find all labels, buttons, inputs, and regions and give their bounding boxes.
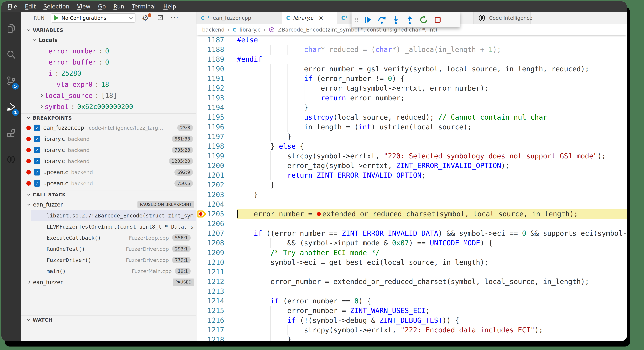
code-text[interactable]: } else { (237, 142, 627, 151)
drag-handle[interactable] (353, 14, 360, 26)
stack-frame-row[interactable]: main()FuzzerMain.cpp19:1 (31, 266, 196, 277)
variable-row[interactable]: symbol: 0x62c000000200 (21, 101, 196, 112)
activity-item-code-intelligence[interactable] (1, 146, 21, 173)
code-text[interactable]: error_number = ZINT_WARN_USES_ECI; (237, 306, 627, 315)
code-line[interactable]: 1209 /* Try another ECI mode */ (196, 248, 627, 258)
breakpoint-gutter[interactable] (196, 142, 208, 151)
code-line[interactable]: 1187#else (196, 35, 627, 45)
breakpoint-gutter[interactable] (196, 64, 208, 74)
breakpoint-gutter[interactable] (196, 190, 208, 200)
code-text[interactable]: symbol->eci = get_best_eci(local_source,… (237, 258, 627, 267)
breakpoint-checkbox[interactable]: ✓ (34, 158, 40, 164)
code-line[interactable]: 1217 strcpy(symbol->errtxt, "222: Encode… (196, 325, 627, 335)
menu-help[interactable]: Help (160, 3, 180, 10)
code-text[interactable]: && (symbol->input_mode & 0x07) == UNICOD… (237, 238, 627, 248)
code-text[interactable]: #endif (237, 55, 627, 64)
inline-breakpoint-dot[interactable] (317, 212, 321, 216)
breakpoint-checkbox[interactable]: ✓ (34, 147, 40, 153)
tab-library.c[interactable]: Clibrary.c× (282, 12, 337, 24)
menu-selection[interactable]: Selection (40, 3, 73, 10)
menu-file[interactable]: File (4, 3, 21, 10)
variable-row[interactable]: __vla_expr0: 18 (21, 79, 196, 90)
code-text[interactable]: strcpy(symbol->errtxt, "220: Selected sy… (237, 151, 627, 161)
code-line[interactable]: 1214 if (error_number == 0) { (196, 296, 627, 306)
code-line[interactable]: 1205 error_number = extended_or_reduced_… (196, 209, 627, 219)
activity-item-extensions[interactable] (1, 120, 21, 146)
code-text[interactable]: if (error_number != 0) { (237, 74, 627, 84)
variable-row[interactable]: i: 25280 (21, 68, 196, 79)
menu-run[interactable]: Run (110, 3, 128, 10)
code-line[interactable]: 1204 (196, 200, 627, 209)
breakpoint-checkbox[interactable]: ✓ (34, 125, 40, 131)
code-line[interactable]: 1203 } (196, 190, 627, 200)
breakpoint-row[interactable]: ✓library.cbackend735:28 (21, 145, 196, 156)
more-actions-button[interactable]: ··· (170, 16, 179, 20)
activity-item-search[interactable] (1, 42, 21, 68)
code-line[interactable]: 1213 (196, 287, 627, 296)
activity-item-explorer[interactable] (1, 15, 21, 42)
code-text[interactable]: if (error_number == 0) { (237, 296, 627, 306)
breakpoint-gutter[interactable] (196, 209, 208, 219)
breakpoint-gutter[interactable] (196, 238, 208, 248)
breadcrumb-file[interactable]: library.c (240, 27, 260, 33)
settings-gear-button[interactable]: ⚙ (142, 14, 150, 22)
step-out-button[interactable] (403, 13, 416, 26)
code-line[interactable]: 1189#endif (196, 55, 627, 64)
code-text[interactable]: return ZINT_ERROR_INVALID_OPTION; (237, 171, 627, 180)
breakpoint-gutter[interactable] (196, 171, 208, 180)
code-text[interactable]: error_number = gs1_verify(symbol, local_… (237, 64, 627, 74)
code-area[interactable]: 1187#else1188 char* reduced = (char*) _a… (196, 35, 627, 341)
breakpoint-gutter[interactable] (196, 335, 208, 341)
step-into-button[interactable] (389, 13, 402, 26)
breakpoint-gutter[interactable] (196, 296, 208, 306)
breakpoint-gutter[interactable] (196, 84, 208, 93)
menu-view[interactable]: View (73, 3, 94, 10)
code-text[interactable]: in_length = (int) ustrlen(local_source); (237, 122, 627, 132)
continue-button[interactable] (362, 13, 374, 26)
stack-frame-row[interactable]: FuzzerDriver()FuzzerDriver.cpp779:1 (31, 254, 196, 266)
stack-frame-row[interactable]: libzint.so.2.7!ZBarcode_Encode(struct zi… (31, 210, 196, 221)
breakpoint-row[interactable]: ✓library.cbackend661:33 (21, 133, 196, 145)
debug-session-row[interactable]: ean_fuzzer PAUSED ON BREAKPOINT (21, 199, 196, 210)
breakpoint-gutter[interactable] (196, 325, 208, 335)
code-text[interactable]: return error_number; (237, 93, 627, 103)
code-text[interactable]: error_tag(symbol->errtxt, ZINT_ERROR_INV… (237, 161, 627, 171)
code-line[interactable]: 1208 && (symbol->input_mode & 0x07) == U… (196, 238, 627, 248)
breakpoint-gutter[interactable] (196, 248, 208, 258)
code-line[interactable]: 1216 if (!(symbol->debug & ZINT_DEBUG_TE… (196, 316, 627, 325)
code-text[interactable]: error_number = extended_or_reduced_chars… (237, 209, 627, 219)
breakpoint-gutter[interactable] (196, 316, 208, 325)
current-breakpoint-arrow-icon[interactable] (197, 210, 206, 218)
code-line[interactable]: 1191 if (error_number != 0) { (196, 74, 627, 84)
variable-row[interactable]: error_number: 0 (21, 46, 196, 57)
code-line[interactable]: 1192 error_tag(symbol->errtxt, error_num… (196, 84, 627, 93)
code-line[interactable]: 1215 error_number = ZINT_WARN_USES_ECI; (196, 306, 627, 315)
breakpoint-gutter[interactable] (196, 93, 208, 103)
variables-section-header[interactable]: VARIABLES (21, 26, 196, 35)
code-line[interactable]: 1201 return ZINT_ERROR_INVALID_OPTION; (196, 171, 627, 180)
code-text[interactable] (237, 200, 627, 209)
code-line[interactable]: 1211 (196, 267, 627, 277)
callstack-section-header[interactable]: CALL STACK (21, 190, 196, 199)
breakpoint-gutter[interactable] (196, 200, 208, 209)
menu-go[interactable]: Go (94, 3, 110, 10)
breakpoint-gutter[interactable] (196, 55, 208, 64)
restart-button[interactable] (417, 13, 430, 26)
breakpoint-gutter[interactable] (196, 287, 208, 296)
stack-frame-row[interactable]: LLVMFuzzerTestOneInput(const uint8_t * D… (31, 221, 196, 232)
breakpoint-row[interactable]: ✓ean_fuzzer.cpp.code-intelligence/fuzz_t… (21, 122, 196, 133)
breakpoint-gutter[interactable] (196, 306, 208, 315)
activity-item-source-control[interactable]: 5 (1, 68, 21, 94)
step-over-button[interactable] (376, 13, 388, 26)
config-dropdown[interactable]: No Configurations (51, 13, 136, 23)
breakpoint-gutter[interactable] (196, 35, 208, 45)
watch-section-header[interactable]: WATCH (21, 316, 196, 324)
breakpoint-gutter[interactable] (196, 113, 208, 122)
variable-row[interactable]: local_source: [18] (21, 90, 196, 101)
debug-session2-row[interactable]: ean_fuzzer PAUSED (21, 277, 196, 288)
code-line[interactable]: 1194 } (196, 103, 627, 113)
breadcrumb-symbol[interactable]: ZBarcode_Encode(zint_symbol *, const uns… (278, 27, 437, 33)
code-text[interactable]: #else (237, 35, 627, 45)
code-line[interactable]: 1200 error_tag(symbol->errtxt, ZINT_ERRO… (196, 161, 627, 171)
code-text[interactable]: /* Try another ECI mode */ (237, 248, 627, 258)
